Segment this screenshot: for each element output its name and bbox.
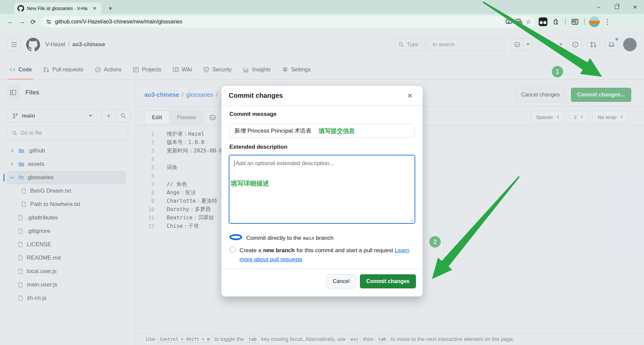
tab-title: New File at glossaries · V-Ha bbox=[27, 6, 89, 11]
new-tab-button[interactable]: + bbox=[106, 4, 115, 13]
textarea-placeholder: Add an optional extended description... bbox=[234, 160, 334, 167]
resize-handle-icon[interactable] bbox=[410, 218, 414, 222]
extended-description-label: Extended description bbox=[229, 144, 287, 150]
description-annotation: 填写详细描述 bbox=[231, 179, 269, 188]
url-text[interactable]: github.com/V-Hazel/ao3-chinese/new/main/… bbox=[55, 19, 502, 25]
create-branch-option[interactable]: Create anew branchfor this commit and st… bbox=[229, 246, 414, 264]
commit-changes-button[interactable]: Commit changes bbox=[360, 274, 416, 288]
window-controls: – ✕ bbox=[594, 1, 639, 13]
window-minimize-button[interactable]: – bbox=[594, 3, 603, 11]
toolbar-separator bbox=[584, 18, 585, 25]
side-panel-search-icon[interactable] bbox=[570, 17, 580, 27]
radio-label: branch bbox=[316, 235, 333, 241]
commit-changes-dialog: Commit changes ✕ Commit message 填写提交信息 E… bbox=[221, 86, 423, 296]
commit-direct-option[interactable]: Commit directly to themainbranch bbox=[229, 233, 421, 243]
tab-close-icon[interactable]: ✕ bbox=[91, 5, 98, 12]
back-button[interactable]: ← bbox=[5, 16, 16, 27]
branch-name-code: main bbox=[303, 235, 314, 241]
reload-button[interactable]: ⟳ bbox=[28, 16, 39, 27]
window-close-button[interactable]: ✕ bbox=[631, 3, 639, 11]
radio-label-bold: new branch bbox=[263, 247, 294, 254]
forward-button[interactable]: → bbox=[16, 16, 28, 27]
radio-unselected-icon[interactable] bbox=[229, 247, 235, 253]
site-info-icon[interactable] bbox=[46, 19, 52, 25]
toolbar-separator bbox=[565, 18, 566, 25]
extended-description-textarea[interactable]: Add an optional extended description... bbox=[229, 155, 415, 224]
cancel-button[interactable]: Cancel bbox=[326, 274, 356, 288]
browser-tab[interactable]: New File at glossaries · V-Ha ✕ bbox=[14, 3, 101, 14]
svg-text:文: 文 bbox=[519, 22, 522, 25]
browser-menu-kebab-icon[interactable]: ⋮ bbox=[602, 17, 612, 27]
dialog-title: Commit changes bbox=[229, 92, 405, 99]
browser-profile-avatar[interactable] bbox=[589, 16, 600, 27]
browser-chrome: New File at glossaries · V-Ha ✕ + – ✕ ← … bbox=[0, 0, 644, 29]
close-icon[interactable]: ✕ bbox=[405, 90, 415, 101]
radio-label: for this commit and start a pull request bbox=[297, 247, 393, 254]
cast-icon[interactable] bbox=[505, 18, 512, 25]
commit-message-label: Commit message bbox=[229, 111, 277, 118]
window-restore-button[interactable] bbox=[612, 3, 621, 11]
tampermonkey-extension-icon[interactable] bbox=[538, 17, 548, 27]
translate-icon[interactable]: G文 bbox=[516, 18, 522, 25]
dialog-footer-divider bbox=[221, 269, 423, 269]
browser-tab-strip: New File at glossaries · V-Ha ✕ + – ✕ bbox=[0, 0, 644, 14]
commit-message-annotation: 填写提交信息 bbox=[319, 127, 355, 135]
radio-label: Commit directly to the bbox=[246, 235, 301, 241]
extensions-puzzle-icon[interactable] bbox=[551, 17, 561, 27]
address-bar[interactable]: github.com/V-Hazel/ao3-chinese/new/main/… bbox=[42, 16, 535, 27]
radio-label: Create a bbox=[239, 247, 261, 254]
bookmark-star-icon[interactable]: ☆ bbox=[526, 18, 531, 26]
browser-toolbar: ← → ⟳ github.com/V-Hazel/ao3-chinese/new… bbox=[0, 14, 644, 29]
radio-selected-icon[interactable] bbox=[229, 234, 242, 240]
extension-icons: ⋮ bbox=[538, 16, 612, 27]
github-favicon bbox=[17, 5, 24, 12]
